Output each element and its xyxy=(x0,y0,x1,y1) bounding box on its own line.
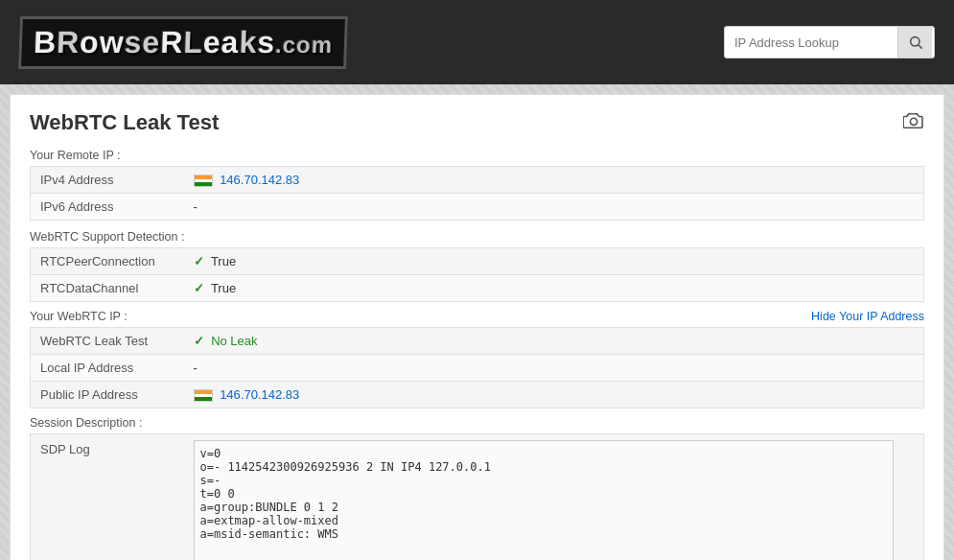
flag-india-icon xyxy=(194,389,213,402)
header: BRowseRLeaks.com xyxy=(0,0,954,84)
rtcdata-value: ✓ True xyxy=(184,275,924,302)
check-icon: ✓ xyxy=(194,334,204,348)
page-title: WebRTC Leak Test xyxy=(30,110,219,135)
public-ip-value: 146.70.142.83 xyxy=(184,382,924,408)
local-ip-value: - xyxy=(184,355,924,382)
webrtc-support-label: WebRTC Support Detection : xyxy=(30,230,924,244)
local-ip-label: Local IP Address xyxy=(31,355,184,382)
svg-line-1 xyxy=(919,45,922,49)
search-button[interactable] xyxy=(897,27,932,58)
camera-svg xyxy=(903,112,924,129)
hide-ip-link[interactable]: Hide Your IP Address xyxy=(811,310,924,323)
table-row: SDP Log xyxy=(31,434,924,560)
table-row: WebRTC Leak Test ✓ No Leak xyxy=(31,328,924,355)
sdp-label: SDP Log xyxy=(31,434,184,560)
logo: BRowseRLeaks.com xyxy=(19,16,347,69)
webrtc-ip-label: Your WebRTC IP : xyxy=(30,310,128,323)
table-row: IPv4 Address 146.70.142.83 xyxy=(31,167,924,194)
public-ip-link[interactable]: 146.70.142.83 xyxy=(220,387,299,402)
rtcpeer-label: RTCPeerConnection xyxy=(31,248,184,275)
table-row: RTCPeerConnection ✓ True xyxy=(31,248,924,275)
check-icon: ✓ xyxy=(194,281,204,295)
table-row: RTCDataChannel ✓ True xyxy=(31,275,924,302)
svg-point-0 xyxy=(910,37,919,46)
check-icon: ✓ xyxy=(194,254,204,268)
rtcdata-label: RTCDataChannel xyxy=(31,275,184,302)
session-label: Session Description : xyxy=(30,416,924,430)
public-ip-label: Public IP Address xyxy=(31,382,184,408)
remote-ip-label: Your Remote IP : xyxy=(30,149,924,162)
table-row: Public IP Address 146.70.142.83 xyxy=(31,382,924,408)
camera-icon[interactable] xyxy=(903,112,924,134)
ipv6-label: IPv6 Address xyxy=(31,194,184,221)
search-icon xyxy=(908,35,923,50)
search-input[interactable] xyxy=(725,27,897,58)
svg-point-2 xyxy=(910,118,917,125)
logo-text: BRowseRLeaks.com xyxy=(33,25,333,59)
search-box[interactable] xyxy=(724,26,935,58)
table-row: Local IP Address - xyxy=(31,355,924,382)
session-table: SDP Log xyxy=(30,433,924,560)
remote-ip-table: IPv4 Address 146.70.142.83 IPv6 Address … xyxy=(30,166,924,221)
main-content: WebRTC Leak Test Your Remote IP : IPv4 A… xyxy=(10,94,944,560)
ipv4-link[interactable]: 146.70.142.83 xyxy=(220,173,299,187)
page-title-row: WebRTC Leak Test xyxy=(30,110,924,135)
webrtc-ip-header: Your WebRTC IP : Hide Your IP Address xyxy=(30,310,924,323)
webrtc-support-table: RTCPeerConnection ✓ True RTCDataChannel … xyxy=(30,247,924,302)
ipv6-value: - xyxy=(184,194,924,221)
table-row: IPv6 Address - xyxy=(31,194,924,221)
ipv4-label: IPv4 Address xyxy=(31,167,184,194)
rtcpeer-value: ✓ True xyxy=(184,248,924,275)
leak-test-label: WebRTC Leak Test xyxy=(31,328,184,355)
ipv4-value: 146.70.142.83 xyxy=(184,167,924,194)
flag-india-icon xyxy=(194,175,213,187)
leak-test-value: ✓ No Leak xyxy=(184,328,924,355)
sdp-value-cell xyxy=(184,434,924,560)
sdp-textarea[interactable] xyxy=(194,440,894,560)
webrtc-ip-table: WebRTC Leak Test ✓ No Leak Local IP Addr… xyxy=(30,327,924,408)
